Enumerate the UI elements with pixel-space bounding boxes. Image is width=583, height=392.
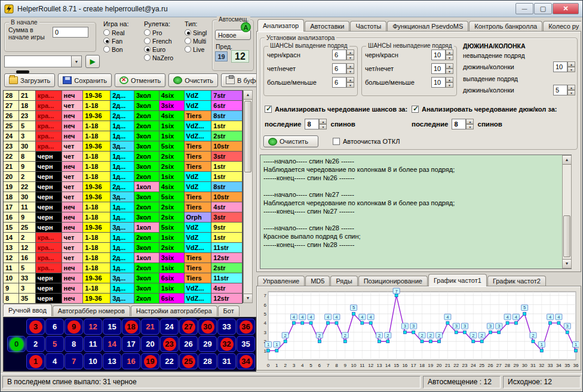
board-cell-36[interactable]: 36 [237,319,255,335]
board-cell-2[interactable]: 2 [26,336,45,352]
appear-spinner[interactable]: 6 [332,77,354,88]
tab-бот[interactable]: Бот [218,305,240,316]
board-cell-15[interactable]: 15 [103,319,121,335]
table-row[interactable]: 2623кра...неч19-362д...2кол4sixTiers8str [4,111,243,121]
table-row[interactable]: 1830чернчет19-363д...3кол5sixTiers10str [4,192,243,202]
board-cell-25[interactable]: 25 [179,353,198,369]
roulette-option-pro[interactable]: Pro [144,29,173,36]
tab-автограббер-номеров[interactable]: Автограббер номеров [53,305,130,316]
table-row[interactable]: 2718кра...чет1-182д...3кол3sixVdZ6str [4,101,243,111]
board-cell-19[interactable]: 19 [141,353,159,369]
roulette-option-french[interactable]: French [144,37,173,45]
history-combobox[interactable] [4,55,82,67]
spinner-up-icon[interactable] [446,50,453,55]
clear-analyzer-button[interactable]: Очистить [263,135,318,147]
spinner-up-icon[interactable] [346,63,354,69]
board-cell-3[interactable]: 3 [26,319,45,335]
board-cell-13[interactable]: 13 [103,353,121,369]
board-cell-16[interactable]: 16 [122,353,140,369]
chevron-down-icon[interactable] [72,55,82,67]
table-row[interactable]: 2330кра...чет19-363д...3кол5sixTiers10st… [4,141,243,152]
board-cell-0[interactable]: 0 [7,336,26,352]
board-cell-9[interactable]: 9 [65,319,83,335]
type-option-singl[interactable]: Singl [185,29,207,36]
scroll-down-icon[interactable]: ▼ [563,259,571,268]
notappear-spinner[interactable]: 10 [431,50,453,60]
board-cell-24[interactable]: 24 [160,319,179,335]
board-cell-21[interactable]: 21 [141,319,159,335]
spinner-down-icon[interactable] [466,124,474,129]
game-on-option-real[interactable]: Real [103,29,128,36]
alternation-dozen-spinner[interactable]: 8 [452,119,474,129]
log-scrollbar[interactable]: ▲ ▼ [562,155,572,268]
board-cell-11[interactable]: 11 [84,336,102,352]
board-cell-18[interactable]: 18 [122,319,140,335]
table-row[interactable]: 202чернчет1-181д...2кол1sixVdZ1str [4,172,243,182]
board-cell-12[interactable]: 12 [84,319,102,335]
board-cell-22[interactable]: 22 [160,353,179,369]
board-cell-1[interactable]: 1 [26,353,45,369]
board-cell-20[interactable]: 20 [141,336,159,352]
tab-график-частот2[interactable]: График частот2 [487,276,546,286]
spinner-up-icon[interactable] [346,50,354,55]
scrollbar-thumb[interactable] [563,215,570,257]
board-cell-4[interactable]: 4 [45,353,64,369]
appear-spinner[interactable]: 6 [332,50,354,60]
table-scrollbar[interactable]: ▲ ▼ [243,90,253,303]
minimize-button[interactable] [516,3,533,14]
roulette-option-euro[interactable]: Euro [144,45,173,53]
tab-ряды[interactable]: Ряды [330,276,357,286]
tab-md5[interactable]: MD5 [305,276,330,286]
game-on-option-fan[interactable]: Fan [103,37,128,45]
scrollbar-thumb[interactable] [244,101,251,172]
table-row[interactable]: 255кра...неч1-181д...2кол1sixVdZ...1str [4,121,243,131]
сохранить-button[interactable]: Сохранить [58,73,112,87]
table-row[interactable]: 1216кра...чет1-182д...1кол3sixTiers12str [4,253,243,263]
game-on-option-bon[interactable]: Bon [103,45,128,53]
tab-функционал-psevdoms[interactable]: Функционал PsevdoMS [387,21,468,32]
spinner-down-icon[interactable] [567,67,575,72]
roulette-option-nazero[interactable]: NaZero [144,54,173,61]
tab-контроль-банкролла[interactable]: Контроль банкролла [469,21,542,32]
tab-график-частот1[interactable]: График частот1 [428,274,487,286]
dozen-appear-spinner[interactable]: 5 [553,85,575,95]
type-option-multi[interactable]: Multi [185,37,207,45]
board-cell-6[interactable]: 6 [45,319,64,335]
spinner-down-icon[interactable] [346,55,354,60]
autoshift-a-badge[interactable]: A [241,22,251,32]
alternation-chances-spinner[interactable]: 8 [305,119,327,129]
board-cell-14[interactable]: 14 [103,336,121,352]
spinner-up-icon[interactable] [466,119,474,124]
tab-анализатор[interactable]: Анализатор [257,19,304,32]
appear-spinner[interactable]: 6 [332,63,354,74]
table-row[interactable]: 243кра...неч1-181д...3кол1sixVdZ...2str [4,131,243,141]
board-cell-27[interactable]: 27 [179,319,198,335]
spinner-down-icon[interactable] [567,90,575,95]
combobox-value[interactable] [4,55,72,67]
maximize-button[interactable] [534,3,552,14]
board-cell-7[interactable]: 7 [65,353,83,369]
загрузить-button[interactable]: Загрузить [4,73,55,87]
spinner-up-icon[interactable] [346,77,354,82]
tab-настройки-автограббера[interactable]: Настройки автограббера [131,305,217,316]
spinner-up-icon[interactable] [319,119,327,124]
board-cell-34[interactable]: 34 [237,353,255,369]
spinner-down-icon[interactable] [319,124,327,129]
start-sum-input[interactable]: 0 [53,27,88,38]
tab-позиционирование[interactable]: Позиционирование [358,276,428,286]
board-cell-10[interactable]: 10 [84,353,102,369]
close-button[interactable] [553,3,579,14]
table-row[interactable]: 2821кра...неч19-362д...3кол4sixVdZ7str [4,91,243,101]
alternation-chances-checkbox[interactable] [265,106,272,113]
table-row[interactable]: 1711черннеч1-181д...2кол2sixTiers4str [4,202,243,212]
spinner-down-icon[interactable] [346,82,354,88]
board-cell-30[interactable]: 30 [198,319,217,335]
board-cell-5[interactable]: 5 [45,336,64,352]
board-cell-23[interactable]: 23 [160,336,179,352]
spinner-down-icon[interactable] [446,69,453,74]
tab-автоставки[interactable]: Автоставки [305,21,349,32]
notappear-spinner[interactable]: 10 [431,63,453,74]
board-cell-31[interactable]: 31 [217,353,236,369]
spinner-down-icon[interactable] [446,55,453,60]
table-row[interactable]: 115кра...неч1-181д...2кол1sixTiers2str [4,263,243,273]
